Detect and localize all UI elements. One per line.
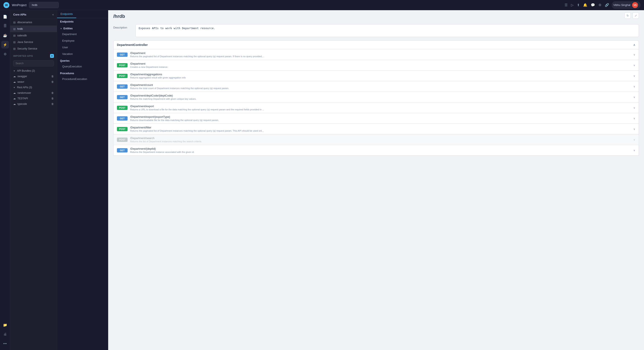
sidebar-item-database[interactable]: 🗄	[1, 22, 9, 30]
sidebar-item-coffee[interactable]: ☕	[1, 31, 9, 39]
endpoint-chevron: ∨	[633, 74, 635, 77]
endpoint-row[interactable]: GET /Department/deptCode/{deptCode} Retu…	[113, 92, 639, 103]
rest-api-testapi[interactable]: ☁ TESTAPI 🗑	[10, 96, 57, 101]
description-input[interactable]: Exposes APIs to work with Department res…	[136, 24, 639, 37]
search-input[interactable]	[29, 2, 59, 8]
endpoint-description: Returns the matching Department with giv…	[130, 98, 631, 100]
endpoint-row[interactable]: GET /Department Returns the paginated li…	[113, 49, 639, 60]
endpoint-description: Returns the paginated list of Department…	[130, 55, 631, 58]
endpoint-row[interactable]: POST /Department/export Returns a URL to…	[113, 103, 639, 113]
nav-item-dbscenarios[interactable]: ▤ dbscenarios	[10, 19, 57, 25]
sidebar-item-print[interactable]: 🖨	[1, 331, 9, 338]
delete-icon[interactable]: 🗑	[51, 103, 54, 105]
rest-api-typicode[interactable]: ☁ typicode 🗑	[10, 101, 57, 107]
endpoint-row[interactable]: POST /Department Creates a new Departmen…	[113, 60, 639, 71]
add-api-button[interactable]: +	[50, 54, 54, 58]
api-bundle-weavr[interactable]: ☁ weavr 🗑	[10, 79, 57, 85]
rest-label: typicode	[18, 103, 27, 105]
procedures-label: Procedures	[60, 72, 74, 75]
avatar: VS	[632, 2, 638, 8]
rest-label: randomuser	[18, 91, 31, 94]
sidebar-item-settings[interactable]: ⚙	[1, 50, 9, 58]
entities-arrow: ▼	[60, 27, 62, 30]
endpoint-row[interactable]: POST /Department/aggregations Returns ag…	[113, 71, 639, 81]
api-bundles-toggle[interactable]: ▼ API Bundles (2)	[10, 68, 57, 74]
entity-employee[interactable]: Employee	[57, 37, 108, 44]
sidebar-item-pages[interactable]: 📄	[1, 13, 9, 20]
rest-apis-toggle[interactable]: ▼ Rest APIs (3)	[10, 85, 57, 90]
endpoint-path: /Department/search	[130, 137, 631, 140]
method-badge: POST	[117, 127, 128, 131]
topbar: W WmProject ☰ ▷ ⬆ 🔔 💬 ⚙ 🔗 Vibhu Singhal …	[0, 0, 644, 10]
username: Vibhu Singhal	[613, 3, 630, 6]
api-bundle-swagger[interactable]: ☁ swagger 🗑	[10, 74, 57, 79]
delete-icon[interactable]: 🗑	[51, 80, 54, 83]
notifications-icon[interactable]: 🔔	[583, 3, 587, 7]
bundle-label: swagger	[18, 75, 27, 78]
entity-department[interactable]: Department	[57, 31, 108, 37]
expand-button[interactable]: ⤢	[632, 12, 639, 19]
tab-endpoints[interactable]: Endpoints	[57, 10, 76, 18]
refresh-button[interactable]: ↻	[624, 12, 631, 19]
procedure-execution[interactable]: ProcedureExecution	[57, 76, 108, 82]
link-icon[interactable]: 🔗	[605, 3, 609, 7]
nav-item-java-service[interactable]: ▤ Java Service	[10, 39, 57, 45]
db-icon: ▤	[13, 34, 16, 37]
share-icon[interactable]: ⚙	[598, 3, 602, 7]
endpoint-row[interactable]: POST /Department/search Returns the list…	[113, 134, 639, 145]
endpoint-row[interactable]: GET /Department/{deptId} Returns the Dep…	[113, 145, 639, 156]
endpoint-path: /Department/export	[130, 105, 631, 108]
endpoint-info: /Department/aggregations Returns aggrega…	[130, 73, 631, 79]
api-search-input[interactable]	[13, 60, 54, 66]
entity-user[interactable]: User	[57, 44, 108, 51]
sidebar-item-more[interactable]: •••	[1, 340, 9, 348]
method-badge: POST	[117, 74, 128, 78]
svc-icon: ▤	[13, 47, 16, 50]
controller-section: DepartmentController ∧ GET /Department R…	[113, 40, 639, 156]
endpoint-path: /Department/filter	[130, 126, 631, 129]
endpoint-info: /Department/search Returns the list of D…	[130, 137, 631, 143]
nav-item-hrdb[interactable]: ▤ hrdb	[10, 25, 57, 32]
rest-label: TESTAPI	[18, 97, 28, 100]
endpoint-row[interactable]: GET /Department/count Returns the total …	[113, 81, 639, 92]
icon-sidebar: 📄 🗄 ☕ ⚡ ⚙ 📁 🖨 •••	[0, 10, 10, 350]
queries-section: Queries	[57, 57, 108, 63]
list-icon[interactable]: ☰	[564, 3, 568, 7]
procedures-section: Procedures	[57, 70, 108, 76]
main-content: /hrdb ↻ ⤢ Description Exposes APIs to wo…	[108, 10, 644, 350]
controller-header[interactable]: DepartmentController ∧	[113, 40, 639, 49]
user-menu[interactable]: Vibhu Singhal VS	[612, 1, 640, 9]
endpoint-info: /Department/count Returns the total coun…	[130, 83, 631, 90]
endpoint-description: Returns downloadable file for the data m…	[130, 119, 631, 121]
endpoint-path: /Department	[130, 62, 631, 65]
play-icon[interactable]: ▷	[571, 3, 574, 7]
endpoint-path: /Department/deptCode/{deptCode}	[130, 94, 631, 97]
method-badge: POST	[117, 63, 128, 67]
endpoint-path: /Department/aggregations	[130, 73, 631, 76]
method-badge: POST	[117, 138, 128, 142]
upload-icon[interactable]: ⬆	[577, 3, 580, 7]
endpoint-row[interactable]: POST /Department/filter Returns the pagi…	[113, 124, 639, 134]
endpoint-row[interactable]: GET /Department/export/{exportType} Retu…	[113, 113, 639, 124]
sidebar-item-api[interactable]: ⚡	[1, 41, 9, 48]
nav-item-salesdb[interactable]: ▤ salesdb	[10, 32, 57, 39]
endpoint-info: /Department Returns the paginated list o…	[130, 51, 631, 58]
nav-item-security-service[interactable]: ▤ Security Service	[10, 45, 57, 52]
entity-vacation[interactable]: Vacation	[57, 51, 108, 57]
delete-icon[interactable]: 🗑	[51, 97, 54, 100]
bundle-icon: ☁	[13, 75, 16, 78]
endpoint-info: /Department Creates a new Department ins…	[130, 62, 631, 68]
chat-icon[interactable]: 💬	[591, 3, 595, 7]
endpoint-path: /Department/{deptId}	[130, 147, 631, 150]
endpoint-info: /Department/{deptId} Returns the Departm…	[130, 147, 631, 153]
rest-api-randomuser[interactable]: ☁ randomuser 🗑	[10, 90, 57, 96]
endpoint-description: Returns a URL to download a file for the…	[130, 108, 631, 111]
delete-icon[interactable]: 🗑	[51, 75, 54, 78]
delete-icon[interactable]: 🗑	[51, 91, 54, 94]
db-icon: ▤	[13, 21, 16, 24]
sidebar-item-folder[interactable]: 📁	[1, 321, 9, 329]
endpoint-info: /Department/deptCode/{deptCode} Returns …	[130, 94, 631, 100]
collapse-icon[interactable]: «	[52, 13, 54, 16]
queries-label: Queries	[60, 59, 70, 62]
query-execution[interactable]: QueryExecution	[57, 63, 108, 70]
